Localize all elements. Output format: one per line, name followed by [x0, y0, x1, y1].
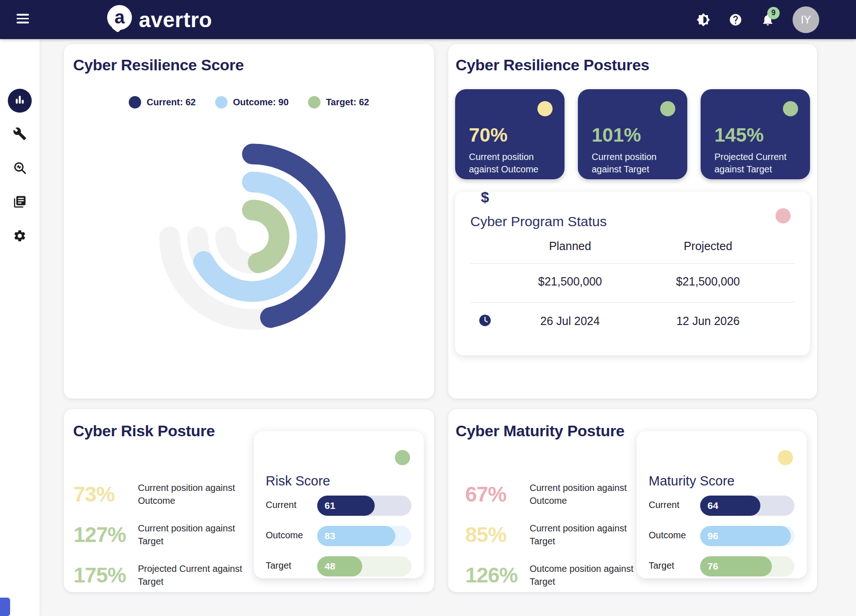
stat-row: 85% Current position againstTarget — [465, 519, 627, 551]
dollar-icon: $ — [474, 189, 496, 206]
notification-count-badge: 9 — [767, 7, 780, 19]
score-bar-row: Current 61 — [254, 496, 424, 516]
clock-icon — [474, 314, 496, 329]
score-bar-track: 76 — [700, 556, 794, 576]
score-bar-fill: 61 — [317, 496, 375, 516]
card-title: Cyber Maturity Posture — [456, 422, 624, 440]
maturity-posture-card: Cyber Maturity Posture 67% Current posit… — [448, 409, 817, 592]
status-dot — [395, 450, 410, 465]
theme-toggle-icon[interactable] — [696, 12, 711, 27]
notifications-bell-icon[interactable]: 9 — [760, 12, 775, 27]
score-bar-row: Outcome 96 — [637, 526, 807, 546]
avertro-logo-mark-icon: a — [105, 4, 134, 35]
divider — [470, 263, 795, 264]
resilience-score-card: Cyber Resilience Score Current: 62 Outco… — [64, 44, 434, 399]
sidebar-item-tools[interactable] — [8, 123, 32, 147]
search-pulse-icon — [13, 161, 27, 177]
status-dot — [783, 101, 798, 116]
budget-projected-value: $21,500,000 — [653, 275, 763, 288]
chart-legend: Current: 62 Outcome: 90 Target: 62 — [64, 96, 434, 108]
hamburger-menu-icon[interactable] — [17, 14, 29, 25]
score-bar-track: 48 — [317, 556, 411, 576]
library-icon — [13, 195, 27, 211]
stat-row: 126% Outcome position againstTarget — [465, 559, 633, 591]
posture-tile-target: 101% Current position against Target — [578, 89, 687, 179]
top-navbar: a avertro 9 IY — [0, 0, 856, 39]
posture-tile-outcome: 70% Current position against Outcome — [455, 89, 565, 179]
resilience-postures-card: Cyber Resilience Postures 70% Current po… — [448, 44, 817, 399]
sidebar-item-settings[interactable] — [8, 225, 32, 249]
sidebar-item-assess[interactable] — [8, 157, 32, 181]
card-title: Cyber Resilience Postures — [456, 56, 649, 74]
score-bar-fill: 83 — [317, 526, 395, 546]
legend-item-target: Target: 62 — [308, 96, 369, 108]
posture-tile-projected: 145% Projected Current against Target — [701, 89, 810, 179]
score-bar-row: Target 76 — [637, 556, 807, 576]
score-bar-fill: 96 — [700, 526, 791, 546]
chat-widget-tab[interactable] — [0, 598, 10, 616]
status-dot — [660, 101, 675, 116]
sidebar-item-dashboard[interactable] — [8, 89, 32, 113]
score-bar-row: Current 64 — [637, 496, 807, 516]
risk-score-card: Risk Score Current 61 Outcome 83 Target … — [254, 431, 424, 578]
score-bar-track: 61 — [317, 496, 411, 516]
svg-text:a: a — [114, 7, 125, 27]
resilience-radial-chart — [64, 113, 434, 343]
bar-chart-icon — [14, 94, 26, 108]
legend-dot-target — [308, 96, 320, 108]
score-bar-row: Target 48 — [254, 556, 424, 576]
score-bar-fill: 76 — [700, 556, 772, 576]
risk-posture-card: Cyber Risk Posture 73% Current position … — [64, 409, 434, 592]
help-icon[interactable] — [728, 12, 743, 27]
wrench-icon — [13, 127, 27, 143]
score-bar-track: 83 — [317, 526, 411, 546]
left-sidebar — [0, 39, 40, 616]
tile-value: 70% — [469, 124, 508, 146]
status-dot — [776, 208, 791, 223]
cyber-program-status-card: Cyber Program Status Planned Projected $… — [455, 192, 810, 355]
divider — [470, 302, 795, 302]
brand-wordmark: avertro — [139, 7, 212, 32]
card-title: Cyber Risk Posture — [73, 422, 215, 440]
program-status-title: Cyber Program Status — [470, 214, 607, 229]
card-title: Cyber Resilience Score — [73, 56, 244, 74]
legend-dot-current — [129, 96, 141, 108]
stat-row: 175% Projected Current againstTarget — [74, 559, 242, 591]
legend-item-outcome: Outcome: 90 — [215, 96, 289, 108]
tile-description: Current position against Outcome — [469, 151, 554, 176]
legend-dot-outcome — [215, 96, 228, 108]
maturity-score-card: Maturity Score Current 64 Outcome 96 Tar… — [637, 431, 807, 578]
stat-row: 67% Current position againstOutcome — [465, 478, 627, 510]
stat-row: 127% Current position againstTarget — [74, 519, 235, 551]
score-bar-fill: 64 — [700, 496, 760, 516]
brand-logo[interactable]: a avertro — [105, 4, 212, 36]
sidebar-item-reports[interactable] — [8, 191, 32, 215]
column-header-projected: Projected — [653, 240, 763, 253]
date-projected-value: 12 Jun 2026 — [653, 314, 763, 328]
score-card-title: Risk Score — [266, 473, 330, 489]
tile-description: Projected Current against Target — [714, 151, 799, 176]
column-header-planned: Planned — [515, 240, 625, 253]
score-bar-row: Outcome 83 — [254, 526, 424, 546]
score-bar-track: 64 — [700, 496, 794, 516]
budget-planned-value: $21,500,000 — [515, 275, 625, 288]
tile-description: Current position against Target — [592, 151, 677, 176]
status-dot — [778, 450, 793, 465]
legend-item-current: Current: 62 — [129, 96, 196, 108]
date-planned-value: 26 Jul 2024 — [515, 314, 625, 328]
status-dot — [537, 101, 553, 116]
stat-row: 73% Current position againstOutcome — [74, 478, 235, 510]
score-bar-track: 96 — [700, 526, 794, 546]
score-card-title: Maturity Score — [649, 473, 735, 489]
tile-value: 101% — [592, 124, 641, 146]
gear-icon — [13, 229, 27, 245]
user-avatar[interactable]: IY — [793, 6, 819, 33]
tile-value: 145% — [714, 124, 764, 146]
score-bar-fill: 48 — [317, 556, 362, 576]
